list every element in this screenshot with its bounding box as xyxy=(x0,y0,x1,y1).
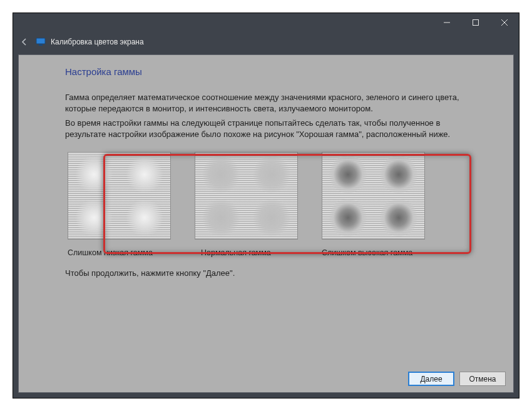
footer-buttons: Далее Отмена xyxy=(408,372,506,386)
paragraph-2: Во время настройки гаммы на следующей ст… xyxy=(65,118,467,140)
label-low-gamma: Слишком низкая гамма xyxy=(68,248,171,257)
sample-normal-gamma xyxy=(195,152,298,240)
svg-rect-0 xyxy=(473,20,479,26)
back-icon[interactable] xyxy=(18,36,31,48)
label-high-gamma: Слишком высокая гамма xyxy=(322,248,425,257)
window-frame: Калибровка цветов экрана Настройка гаммы… xyxy=(13,13,519,398)
cancel-button[interactable]: Отмена xyxy=(459,372,506,386)
maximize-button[interactable] xyxy=(461,13,490,32)
page-title: Настройка гаммы xyxy=(65,66,467,77)
header-bar: Калибровка цветов экрана xyxy=(13,32,519,52)
label-normal-gamma: Нормальная гамма xyxy=(195,248,298,257)
titlebar xyxy=(13,13,519,32)
paragraph-1: Гамма определяет математическое соотноше… xyxy=(65,92,467,114)
body-text: Гамма определяет математическое соотноше… xyxy=(65,92,467,143)
sample-low-gamma xyxy=(68,152,171,240)
content-panel: Настройка гаммы Гамма определяет математ… xyxy=(18,54,514,393)
continue-text: Чтобы продолжить, нажмите кнопку "Далее"… xyxy=(65,268,467,278)
minimize-button[interactable] xyxy=(432,13,461,32)
sample-high-gamma xyxy=(322,152,425,240)
monitor-icon xyxy=(36,37,46,47)
labels-row: Слишком низкая гамма Нормальная гамма Сл… xyxy=(65,248,467,257)
svg-rect-1 xyxy=(36,38,45,44)
window-title: Калибровка цветов экрана xyxy=(51,38,144,46)
svg-rect-2 xyxy=(39,44,43,46)
next-button[interactable]: Далее xyxy=(408,372,454,386)
samples-row xyxy=(65,152,467,240)
sample-low-image xyxy=(68,152,171,240)
sample-normal-image xyxy=(195,152,298,240)
close-button[interactable] xyxy=(490,13,519,32)
sample-high-image xyxy=(322,152,425,240)
